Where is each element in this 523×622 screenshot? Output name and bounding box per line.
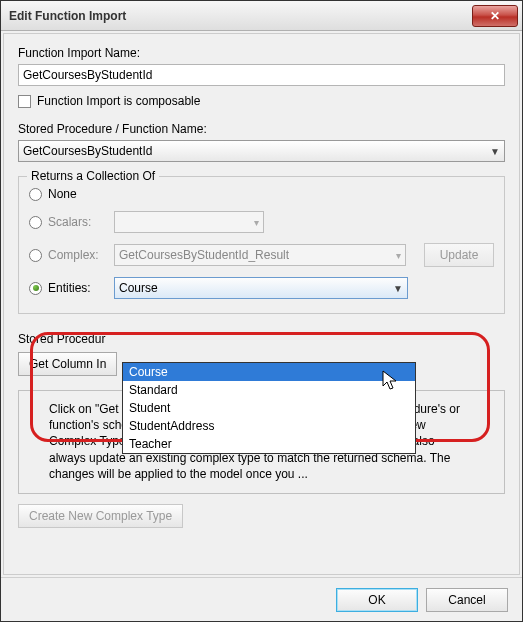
scalars-combo: ▾: [114, 211, 264, 233]
function-import-name-input[interactable]: [18, 64, 505, 86]
stored-procedure-value: GetCoursesByStudentId: [23, 144, 152, 158]
close-icon: ✕: [490, 9, 500, 23]
stored-procedure-label: Stored Procedure / Function Name:: [18, 122, 505, 136]
radio-scalars[interactable]: [29, 216, 42, 229]
close-button[interactable]: ✕: [472, 5, 518, 27]
complex-combo-value: GetCoursesByStudentId_Result: [119, 248, 289, 262]
radio-none[interactable]: [29, 188, 42, 201]
dropdown-item-teacher[interactable]: Teacher: [123, 435, 415, 453]
composable-label: Function Import is composable: [37, 94, 200, 108]
radio-complex[interactable]: [29, 249, 42, 262]
composable-checkbox[interactable]: [18, 95, 31, 108]
create-complex-type-button: Create New Complex Type: [18, 504, 183, 528]
ok-button[interactable]: OK: [336, 588, 418, 612]
cancel-button[interactable]: Cancel: [426, 588, 508, 612]
stored-proc-info-label: Stored Procedur: [18, 332, 505, 346]
dropdown-item-student[interactable]: Student: [123, 399, 415, 417]
chevron-down-icon: ▾: [396, 250, 401, 261]
radio-row-complex: Complex: GetCoursesByStudentId_Result ▾ …: [29, 243, 494, 267]
stored-procedure-combo[interactable]: GetCoursesByStudentId ▼: [18, 140, 505, 162]
radio-entities-label: Entities:: [48, 281, 108, 295]
titlebar: Edit Function Import ✕: [1, 1, 522, 31]
function-import-name-label: Function Import Name:: [18, 46, 505, 60]
dialog-content: Function Import Name: Function Import is…: [3, 33, 520, 575]
chevron-down-icon: ▼: [393, 283, 403, 294]
dropdown-item-studentaddress[interactable]: StudentAddress: [123, 417, 415, 435]
chevron-down-icon: ▾: [254, 217, 259, 228]
radio-row-scalars: Scalars: ▾: [29, 211, 494, 233]
get-column-info-button[interactable]: Get Column In: [18, 352, 117, 376]
dropdown-item-standard[interactable]: Standard: [123, 381, 415, 399]
dialog-footer: OK Cancel: [1, 577, 522, 621]
returns-collection-fieldset: Returns a Collection Of None Scalars: ▾ …: [18, 176, 505, 314]
radio-complex-label: Complex:: [48, 248, 108, 262]
complex-combo: GetCoursesByStudentId_Result ▾: [114, 244, 406, 266]
dropdown-item-course[interactable]: Course: [123, 363, 415, 381]
entities-combo[interactable]: Course ▼: [114, 277, 408, 299]
radio-row-none: None: [29, 187, 494, 201]
radio-entities[interactable]: [29, 282, 42, 295]
entities-combo-value: Course: [119, 281, 158, 295]
window-title: Edit Function Import: [9, 9, 472, 23]
update-button: Update: [424, 243, 494, 267]
dialog-edit-function-import: Edit Function Import ✕ Function Import N…: [0, 0, 523, 622]
returns-legend: Returns a Collection Of: [27, 169, 159, 183]
radio-none-label: None: [48, 187, 108, 201]
chevron-down-icon: ▼: [490, 146, 500, 157]
radio-row-entities: Entities: Course ▼: [29, 277, 494, 299]
entities-dropdown-list[interactable]: Course Standard Student StudentAddress T…: [122, 362, 416, 454]
composable-row: Function Import is composable: [18, 94, 505, 108]
radio-scalars-label: Scalars:: [48, 215, 108, 229]
